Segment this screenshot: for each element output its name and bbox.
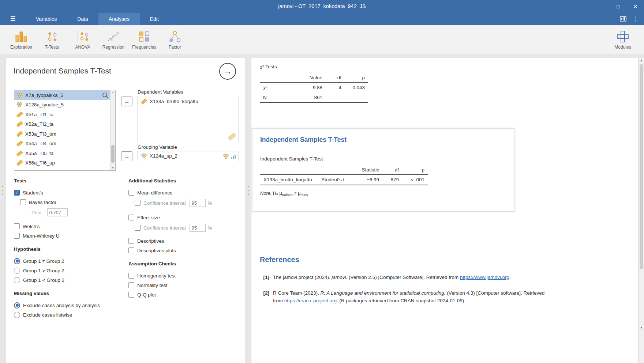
list-item[interactable]: X128a_tyoalue_5: [14, 100, 115, 110]
ribbon-modules[interactable]: Modules: [607, 29, 638, 50]
ribbon-frequencies[interactable]: Frequencies: [129, 29, 160, 50]
close-icon[interactable]: ✕: [627, 0, 644, 13]
qq-plot-checkbox[interactable]: [128, 292, 134, 298]
list-item[interactable]: X51a_TI1_ta: [14, 110, 115, 120]
tests-options-column: Tests ✓ Student's Bayes factor Prior Wel…: [14, 178, 124, 319]
missing-listwise-radio[interactable]: [14, 312, 20, 318]
results-panel: χ² Tests Value df p χ²: [251, 58, 638, 363]
list-item[interactable]: X53a_TI3_om: [14, 129, 115, 139]
hypothesis-greater-radio[interactable]: [14, 268, 20, 274]
list-item[interactable]: X56a_TI6_up: [14, 158, 115, 168]
missing-analysis-by-analysis-option[interactable]: Exclude cases analysis by analysis: [14, 300, 124, 310]
assign-grouping-button[interactable]: →: [121, 151, 132, 161]
list-scrollbar[interactable]: ▲ ▼: [110, 90, 115, 170]
results-scrollbar[interactable]: ▲ ▼: [639, 58, 644, 363]
qq-plot-option[interactable]: Q-Q plot: [128, 290, 240, 299]
chi-square-table-title: χ² Tests: [260, 64, 368, 69]
tab-data[interactable]: Data: [67, 13, 98, 25]
prior-input[interactable]: [47, 208, 68, 216]
list-item[interactable]: X133a_brutto_korjattu: [138, 96, 239, 104]
effect-size-ci-input[interactable]: [190, 224, 206, 232]
mann-whitney-checkbox[interactable]: [14, 233, 20, 239]
regression-icon: [106, 29, 120, 43]
missing-analysis-by-analysis-radio[interactable]: [14, 302, 20, 309]
welchs-checkbox[interactable]: [14, 223, 20, 229]
variable-source-list[interactable]: X7a_tyopaikka_5 X128a_tyoalue_5 X51a_TI1…: [14, 90, 116, 171]
list-item[interactable]: X52a_TI2_ta: [14, 120, 115, 129]
references-heading: References: [260, 256, 567, 264]
descriptives-checkbox[interactable]: [128, 238, 134, 244]
effect-size-checkbox[interactable]: [128, 215, 134, 220]
left-splitter-handle[interactable]: [1, 186, 4, 195]
more-options-icon[interactable]: ⋮: [630, 14, 641, 24]
ribbon-t-tests[interactable]: T-Tests: [37, 29, 67, 50]
tab-variables[interactable]: Variables: [26, 13, 67, 25]
ttest-results-heading: Independent Samples T-Test: [260, 136, 514, 144]
arrow-right-icon: →: [124, 153, 130, 159]
ribbon-regression[interactable]: Regression: [98, 29, 129, 50]
assign-dependent-button[interactable]: →: [121, 97, 132, 106]
descriptives-plots-checkbox[interactable]: [128, 247, 134, 253]
scroll-up-icon[interactable]: ▲: [111, 90, 115, 95]
scroll-down-icon[interactable]: ▼: [111, 166, 115, 170]
normality-test-checkbox[interactable]: [128, 282, 134, 288]
welchs-option[interactable]: Welch's: [14, 222, 124, 231]
collapse-analysis-button[interactable]: →: [219, 63, 236, 80]
students-option[interactable]: ✓ Student's: [14, 188, 124, 197]
list-item[interactable]: X55a_TI5_ta: [14, 148, 115, 158]
continuous-variable-icon: [16, 121, 23, 127]
ribbon-exploration[interactable]: Exploration: [6, 29, 37, 50]
cran-link[interactable]: https://cran.r-project.org: [284, 298, 337, 303]
chi-square-results[interactable]: χ² Tests Value df p χ²: [260, 64, 368, 103]
panel-toggle-icon[interactable]: [618, 14, 629, 24]
ribbon-anova[interactable]: ANOVA: [67, 29, 98, 50]
effect-size-ci-option[interactable]: Confidence interval %: [135, 222, 240, 233]
scroll-thumb[interactable]: [111, 145, 115, 163]
jamovi-link[interactable]: https://www.jamovi.org: [460, 275, 509, 280]
students-checkbox[interactable]: ✓: [14, 190, 20, 196]
mean-difference-checkbox[interactable]: [128, 190, 134, 196]
list-item[interactable]: X54a_TI4_om: [14, 139, 115, 149]
homogeneity-test-checkbox[interactable]: [128, 273, 134, 279]
minimize-icon[interactable]: –: [592, 0, 610, 13]
column-header: p: [345, 73, 368, 83]
scroll-down-icon[interactable]: ▼: [639, 325, 644, 331]
references-section: References [1] The jamovi project (2024)…: [260, 256, 567, 305]
hypothesis-two-sided-radio[interactable]: [14, 258, 20, 264]
effect-size-option[interactable]: Effect size: [128, 213, 240, 222]
normality-test-option[interactable]: Normality test: [128, 280, 240, 290]
mean-difference-ci-checkbox[interactable]: [135, 200, 141, 206]
dependent-variables-box[interactable]: X133a_brutto_korjattu: [138, 96, 239, 142]
mean-difference-ci-input[interactable]: [190, 199, 206, 207]
homogeneity-test-option[interactable]: Homogeneity test: [128, 271, 240, 280]
maximize-icon[interactable]: □: [610, 0, 627, 13]
mann-whitney-option[interactable]: Mann-Whitney U: [14, 231, 124, 241]
window-controls: – □ ✕: [592, 0, 644, 13]
panel-splitter-handle[interactable]: [247, 186, 250, 195]
hypothesis-less-option[interactable]: Group 1 < Group 2: [14, 275, 124, 285]
scroll-thumb[interactable]: [640, 64, 643, 269]
hypothesis-two-sided-option[interactable]: Group 1 ≠ Group 2: [14, 256, 124, 266]
missing-listwise-option[interactable]: Exclude cases listwise: [14, 310, 124, 319]
main-area: Independent Samples T-Test → X7a_tyopaik…: [0, 54, 644, 363]
ttest-result-card[interactable]: Independent Samples T-Test Independent S…: [252, 128, 515, 212]
scroll-up-icon[interactable]: ▲: [639, 58, 644, 64]
ribbon: Exploration T-Tests: [0, 25, 644, 54]
bayes-factor-option[interactable]: Bayes factor: [20, 197, 124, 207]
search-icon[interactable]: [102, 92, 109, 99]
ribbon-factor[interactable]: Factor: [160, 29, 190, 50]
descriptives-option[interactable]: Descriptives: [128, 236, 240, 246]
mean-difference-ci-option[interactable]: Confidence interval %: [135, 197, 240, 208]
list-item[interactable]: X7a_tyopaikka_5: [14, 90, 115, 100]
hypothesis-greater-option[interactable]: Group 1 > Group 2: [14, 266, 124, 275]
effect-size-ci-checkbox[interactable]: [135, 225, 141, 231]
mean-difference-option[interactable]: Mean difference: [128, 188, 240, 197]
hypothesis-less-radio[interactable]: [14, 277, 20, 283]
tab-edit[interactable]: Edit: [140, 13, 169, 25]
hamburger-menu-icon[interactable]: ☰: [0, 13, 26, 25]
bayes-factor-checkbox[interactable]: [20, 199, 26, 205]
grouping-variable-box[interactable]: X124a_sp_2: [138, 151, 239, 161]
tab-analyses[interactable]: Analyses: [98, 13, 140, 25]
descriptives-plots-option[interactable]: Descriptives plots: [128, 246, 240, 255]
continuous-type-hint-icon: [228, 133, 236, 140]
